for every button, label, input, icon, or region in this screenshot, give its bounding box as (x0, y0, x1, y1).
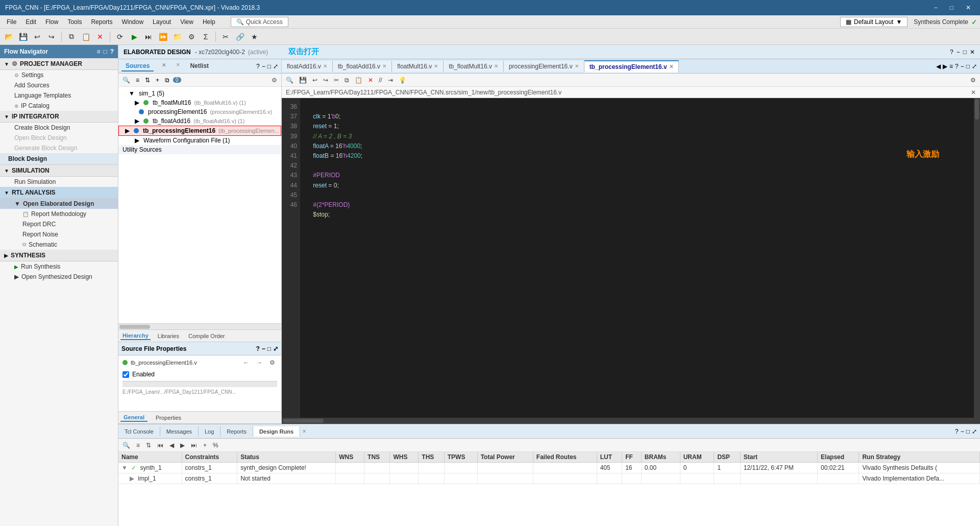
toolbar-paste-btn[interactable]: 📋 (80, 31, 92, 43)
toolbar-fast-btn[interactable]: ⏩ (157, 31, 169, 43)
tab-proc-elem16[interactable]: processingElement16.v ✕ (504, 61, 584, 72)
nav-open-elaborated-design[interactable]: ▼ Open Elaborated Design (0, 199, 118, 209)
sfp-max[interactable]: □ (267, 345, 271, 352)
code-help-btn[interactable]: ? (955, 63, 959, 70)
maximize-button[interactable]: □ (946, 3, 958, 12)
tree-tb-floatadd16[interactable]: ▶ tb_floatAdd16 (tb_floatAdd16.v) (1) (118, 116, 281, 126)
nav-section-rtl-analysis[interactable]: ▼ RTL ANALYSIS (0, 187, 118, 199)
code-max-btn[interactable]: □ (966, 63, 970, 70)
bp-help-btn[interactable]: ? (955, 428, 959, 435)
bp-min-btn[interactable]: − (961, 428, 964, 435)
sfp-min[interactable]: − (262, 345, 265, 352)
sources-expand-icon[interactable]: ⤢ (273, 63, 278, 70)
nav-report-drc[interactable]: Report DRC (0, 219, 118, 229)
dr-percent-btn[interactable]: % (211, 441, 220, 449)
layout-selector[interactable]: ▦ Default Layout ▼ (840, 17, 908, 27)
dr-sort-btn[interactable]: ⇅ (144, 441, 153, 449)
code-indent-btn[interactable]: ⇥ (386, 76, 395, 84)
toolbar-step-btn[interactable]: ⏭ (142, 31, 155, 43)
code-float-btn[interactable]: ⤢ (972, 63, 977, 70)
nav-report-noise[interactable]: Report Noise (0, 229, 118, 240)
tab-tb-floatadd16[interactable]: tb_floatAdd16.v ✕ (333, 61, 392, 72)
sfp-next-btn[interactable]: → (254, 358, 264, 367)
dr-prev-btn[interactable]: ◀ (167, 441, 176, 449)
tab-floatadd16[interactable]: floatAdd16.v ✕ (282, 61, 333, 72)
close-floatmult16[interactable]: ✕ (434, 63, 438, 69)
sources-search-btn[interactable]: 🔍 (120, 76, 132, 84)
dr-play-btn[interactable]: ▶ (178, 441, 187, 449)
code-save-btn[interactable]: 💾 (297, 76, 309, 84)
sources-max-icon[interactable]: □ (267, 63, 271, 70)
nav-report-methodology[interactable]: 📋 Report Methodology (0, 209, 118, 219)
menu-file[interactable]: File (3, 17, 20, 27)
sfp-enabled-checkbox[interactable] (122, 371, 129, 378)
toolbar-star-btn[interactable]: ★ (248, 31, 260, 43)
close-tb-floatmult16[interactable]: ✕ (494, 63, 498, 69)
code-comment-btn[interactable]: // (377, 76, 384, 84)
tree-tb-processing-elem16[interactable]: ▶ tb_processingElement16 (tb_processingE… (118, 126, 281, 136)
nav-section-synthesis[interactable]: ▶ SYNTHESIS (0, 250, 118, 261)
dr-filter-btn[interactable]: ≡ (134, 441, 142, 449)
row2-expand-icon[interactable]: ▶ (130, 475, 134, 482)
code-copy-btn[interactable]: ⧉ (342, 76, 351, 84)
flow-nav-pin[interactable]: ≡ (96, 48, 100, 55)
sources-add-btn[interactable]: + (154, 76, 161, 84)
nav-section-project-manager[interactable]: ▼ ⚙ PROJECT MANAGER (0, 58, 118, 70)
toolbar-sigma-btn[interactable]: Σ (200, 31, 212, 43)
close-floatadd16[interactable]: ✕ (323, 63, 327, 69)
tab-next-btn[interactable]: ▶ (943, 63, 947, 70)
help-icon[interactable]: ? (950, 49, 953, 56)
nav-run-synthesis[interactable]: ▶ Run Synthesis (0, 261, 118, 272)
tree-waveform[interactable]: ▶ Waveform Configuration File (1) (118, 136, 281, 145)
nav-section-ip-integrator[interactable]: ▼ IP INTEGRATOR (0, 111, 118, 123)
code-content[interactable]: clk = 1'b0; reset = 1; // A = 2 , B = 3 … (300, 98, 980, 418)
menu-flow[interactable]: Flow (41, 17, 62, 27)
sources-sort-btn[interactable]: ⇅ (143, 76, 152, 84)
toolbar-delete-btn[interactable]: ✕ (94, 31, 106, 43)
sources-filter-btn[interactable]: ≡ (134, 76, 141, 84)
toolbar-cut-btn[interactable]: ✂ (219, 31, 232, 43)
tree-sim1[interactable]: ▼ sim_1 (5) (118, 89, 281, 98)
sfp-gear-btn[interactable]: ⚙ (267, 358, 277, 367)
sources-scrollbar[interactable] (118, 323, 281, 329)
elab-float-icon[interactable]: − (957, 49, 960, 56)
tab-tb-proc-elem16[interactable]: tb_processingElement16.v ✕ (584, 60, 679, 73)
tab-hierarchy[interactable]: Hierarchy (120, 332, 151, 340)
nav-add-sources[interactable]: Add Sources (0, 80, 118, 90)
flow-nav-help[interactable]: ? (110, 48, 114, 55)
toolbar-link-btn[interactable]: 🔗 (234, 31, 246, 43)
tab-design-runs[interactable]: Design Runs (253, 426, 300, 437)
minimize-button[interactable]: − (930, 3, 942, 12)
elab-close-icon[interactable]: ✕ (970, 49, 975, 56)
dr-ff-btn[interactable]: ⏭ (189, 441, 199, 449)
code-min-btn[interactable]: − (961, 63, 964, 70)
tab-floatmult16[interactable]: floatMult16.v ✕ (392, 61, 444, 72)
sources-scroll-thumb[interactable] (119, 325, 150, 329)
sfp-expand[interactable]: ⤢ (273, 345, 278, 352)
close-proc-elem16[interactable]: ✕ (575, 63, 579, 69)
sources-copy-btn[interactable]: ⧉ (163, 76, 172, 84)
row1-expand-icon[interactable]: ▼ (121, 464, 128, 471)
code-redo-btn[interactable]: ↪ (321, 76, 330, 84)
toolbar-gear-btn[interactable]: ⚙ (185, 31, 198, 43)
design-runs-close[interactable]: ✕ (302, 428, 306, 434)
toolbar-loop-btn[interactable]: ⟳ (114, 31, 126, 43)
tree-tb-floatmult16[interactable]: ▶ tb_floatMult16 (tb_floatMult16.v) (1) (118, 98, 281, 107)
nav-run-simulation[interactable]: Run Simulation (0, 177, 118, 187)
tab-libraries[interactable]: Libraries (156, 332, 181, 340)
tab-messages[interactable]: Messages (160, 426, 199, 437)
code-search-btn[interactable]: 🔍 (284, 76, 296, 84)
menu-tools[interactable]: Tools (63, 17, 86, 27)
tab-reports[interactable]: Reports (220, 426, 253, 437)
nav-ip-catalog[interactable]: ⊕ IP Catalog (0, 101, 118, 111)
code-delete-btn[interactable]: ✕ (366, 76, 375, 84)
quick-access[interactable]: 🔍 Quick Access (231, 17, 288, 27)
tab-netlist[interactable]: Netlist (186, 61, 213, 71)
sources-min-icon[interactable]: − (262, 63, 265, 70)
menu-reports[interactable]: Reports (87, 17, 116, 27)
tab-log[interactable]: Log (199, 426, 220, 437)
nav-language-templates[interactable]: Language Templates (0, 90, 118, 101)
code-cut-btn[interactable]: ✂ (332, 76, 341, 84)
code-hscroll-thumb[interactable] (283, 419, 324, 423)
toolbar-folder2-btn[interactable]: 📁 (171, 31, 183, 43)
